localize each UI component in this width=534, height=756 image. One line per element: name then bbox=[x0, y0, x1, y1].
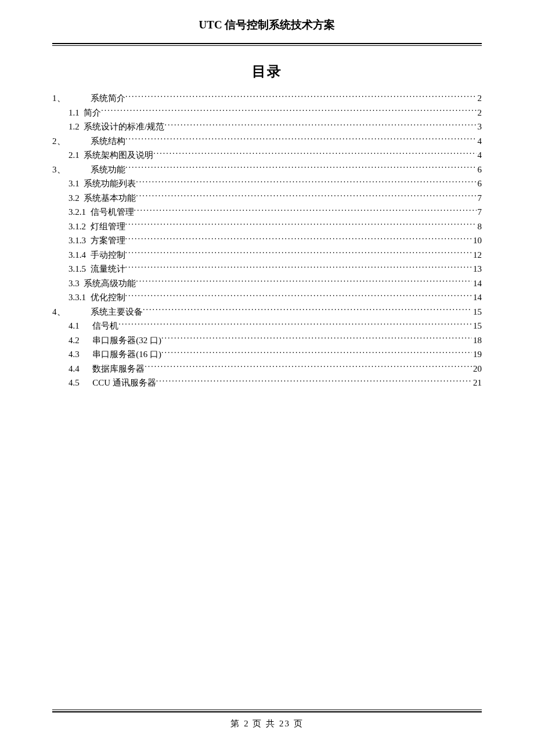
toc-entry: 4.1 信号机15 bbox=[52, 319, 482, 333]
toc-leader-dots bbox=[161, 348, 472, 357]
toc-entry-number: 3.2 bbox=[68, 191, 80, 205]
toc-list: 1、系统简介21.1 简介21.2 系统设计的标准/规范32、系统结构42.1 … bbox=[52, 91, 482, 390]
toc-entry-number: 3.1.4 bbox=[68, 248, 86, 262]
toc-entry-number: 4、 bbox=[52, 305, 68, 319]
toc-entry-label: CCU 通讯服务器 bbox=[92, 376, 156, 390]
toc-entry-label: 系统设计的标准/规范 bbox=[84, 120, 164, 134]
toc-entry-page: 19 bbox=[472, 347, 482, 361]
toc-entry-label: 系统高级功能 bbox=[84, 276, 136, 290]
toc-entry-number: 3.1.5 bbox=[68, 262, 86, 276]
toc-leader-dots bbox=[153, 149, 476, 158]
toc-entry: 3.3.1 优化控制14 bbox=[52, 290, 482, 304]
toc-entry-label: 串口服务器(32 口) bbox=[92, 333, 161, 347]
toc-leader-dots bbox=[125, 263, 472, 272]
toc-entry: 3.1.4 手动控制12 bbox=[52, 248, 482, 262]
toc-entry: 4、系统主要设备15 bbox=[52, 305, 482, 319]
toc-entry-page: 20 bbox=[472, 362, 482, 376]
toc-leader-dots bbox=[156, 377, 472, 386]
toc-entry-page: 21 bbox=[472, 376, 482, 390]
toc-entry-number: 3.1 bbox=[68, 177, 80, 190]
toc-entry-number: 3.3.1 bbox=[68, 290, 86, 304]
toc-entry-number: 4.5 bbox=[68, 376, 86, 390]
toc-entry: 4.5 CCU 通讯服务器21 bbox=[52, 376, 482, 390]
toc-entry: 4.3 串口服务器(16 口)19 bbox=[52, 347, 482, 361]
toc-leader-dots bbox=[118, 320, 472, 329]
toc-entry: 3.1.5 流量统计13 bbox=[52, 262, 482, 276]
toc-leader-dots bbox=[125, 164, 477, 172]
toc-entry-number: 3.1.2 bbox=[68, 219, 86, 233]
toc-leader-dots bbox=[161, 334, 472, 343]
toc-leader-dots bbox=[136, 192, 476, 201]
toc-entry-label: 信号机 bbox=[92, 319, 118, 333]
toc-entry-label: 简介 bbox=[84, 106, 101, 120]
toc-entry-label: 串口服务器(16 口) bbox=[92, 347, 161, 361]
toc-entry-number: 3.2.1 bbox=[68, 205, 86, 219]
toc-entry: 3.1.3 方案管理10 bbox=[52, 233, 482, 247]
toc-entry-label: 优化控制 bbox=[91, 290, 125, 304]
toc-entry-label: 灯组管理 bbox=[91, 219, 125, 233]
toc-entry: 3.2 系统基本功能7 bbox=[52, 191, 482, 205]
toc-entry-number: 1、 bbox=[52, 91, 68, 105]
toc-entry-number: 4.3 bbox=[68, 347, 86, 361]
toc-entry-label: 系统简介 bbox=[68, 91, 125, 105]
page-number: 第 2 页 共 23 页 bbox=[52, 712, 482, 729]
toc-leader-dots bbox=[125, 92, 477, 101]
toc-entry: 3.1.2 灯组管理8 bbox=[52, 219, 482, 233]
toc-entry-number: 4.2 bbox=[68, 333, 86, 347]
toc-leader-dots bbox=[145, 363, 472, 372]
toc-entry-page: 14 bbox=[472, 290, 482, 304]
toc-leader-dots bbox=[143, 306, 472, 315]
toc-entry-number: 2.1 bbox=[68, 148, 80, 162]
toc-entry-page: 15 bbox=[472, 319, 482, 333]
toc-leader-dots bbox=[134, 206, 477, 215]
toc-entry: 2.1 系统架构图及说明4 bbox=[52, 148, 482, 162]
footer-rule-top bbox=[52, 710, 482, 710]
toc-entry-page: 13 bbox=[472, 262, 482, 276]
toc-entry-label: 系统基本功能 bbox=[84, 191, 136, 205]
toc-entry-page: 6 bbox=[477, 163, 482, 177]
toc-entry-number: 1.1 bbox=[68, 106, 80, 120]
document-header-title: UTC 信号控制系统技术方案 bbox=[52, 17, 482, 43]
header-rule-top bbox=[52, 43, 482, 44]
toc-entry-label: 系统主要设备 bbox=[68, 305, 143, 319]
toc-entry-label: 系统功能 bbox=[68, 163, 125, 177]
toc-entry-page: 8 bbox=[477, 219, 482, 233]
toc-entry-label: 信号机管理 bbox=[91, 205, 134, 219]
toc-entry-page: 7 bbox=[477, 205, 482, 219]
toc-entry-page: 18 bbox=[472, 333, 482, 347]
toc-leader-dots bbox=[101, 107, 476, 116]
toc-entry-label: 方案管理 bbox=[91, 233, 125, 247]
toc-entry: 4.2 串口服务器(32 口)18 bbox=[52, 333, 482, 347]
toc-entry-page: 14 bbox=[472, 276, 482, 290]
toc-entry: 3、系统功能6 bbox=[52, 163, 482, 177]
toc-heading: 目录 bbox=[52, 46, 482, 91]
toc-entry-page: 3 bbox=[477, 120, 482, 134]
toc-entry-number: 4.4 bbox=[68, 362, 86, 376]
toc-leader-dots bbox=[136, 278, 472, 286]
toc-entry: 3.3 系统高级功能14 bbox=[52, 276, 482, 290]
toc-entry: 1.2 系统设计的标准/规范3 bbox=[52, 120, 482, 134]
toc-entry-label: 流量统计 bbox=[91, 262, 125, 276]
toc-leader-dots bbox=[125, 135, 477, 144]
toc-entry-page: 4 bbox=[477, 148, 482, 162]
toc-entry-label: 数据库服务器 bbox=[92, 362, 145, 376]
toc-leader-dots bbox=[125, 235, 472, 243]
toc-entry-label: 系统功能列表 bbox=[84, 177, 136, 190]
toc-entry: 4.4 数据库服务器20 bbox=[52, 362, 482, 376]
toc-leader-dots bbox=[136, 178, 476, 186]
toc-entry-number: 3.1.3 bbox=[68, 233, 86, 247]
toc-entry: 2、系统结构4 bbox=[52, 134, 482, 148]
toc-entry: 1、系统简介2 bbox=[52, 91, 482, 105]
toc-entry-page: 7 bbox=[477, 191, 482, 205]
toc-entry: 3.2.1 信号机管理7 bbox=[52, 205, 482, 219]
toc-entry: 1.1 简介2 bbox=[52, 106, 482, 120]
toc-entry-page: 15 bbox=[472, 305, 482, 319]
toc-entry: 3.1 系统功能列表6 bbox=[52, 177, 482, 190]
toc-leader-dots bbox=[125, 221, 477, 229]
toc-entry-label: 系统架构图及说明 bbox=[84, 148, 153, 162]
toc-entry-number: 1.2 bbox=[68, 120, 80, 134]
toc-leader-dots bbox=[164, 121, 476, 129]
toc-entry-number: 4.1 bbox=[68, 319, 86, 333]
toc-leader-dots bbox=[125, 291, 472, 300]
toc-leader-dots bbox=[125, 249, 472, 258]
